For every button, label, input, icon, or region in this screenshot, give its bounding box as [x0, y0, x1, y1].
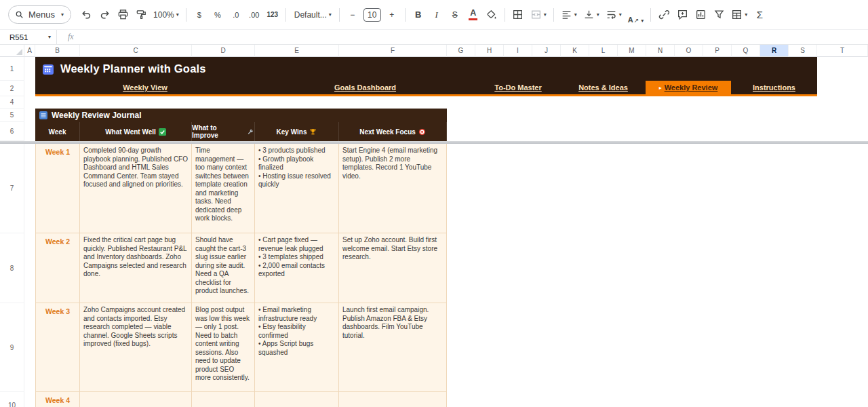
column-header[interactable]: B	[35, 45, 80, 57]
header-week[interactable]: Week	[35, 122, 80, 141]
column-header[interactable]: M	[618, 45, 646, 57]
tab-weekly-review[interactable]: ▸ Weekly Review	[646, 81, 731, 94]
cell-wins[interactable]: • Cart page fixed — revenue leak plugged…	[255, 233, 339, 303]
horizontal-align-button[interactable]: ▾	[558, 5, 580, 24]
format-currency-button[interactable]: $	[191, 5, 208, 24]
cell-wins[interactable]	[255, 392, 339, 407]
cell-focus[interactable]	[339, 392, 447, 407]
cell-went-well[interactable]: Fixed the critical cart page bug quickly…	[80, 233, 192, 303]
functions-button[interactable]: Σ	[751, 5, 768, 24]
redo-button[interactable]	[96, 5, 113, 24]
header-key-wins[interactable]: Key Wins	[255, 122, 339, 141]
table-views-button[interactable]: ▾	[728, 5, 750, 24]
bold-button[interactable]: B	[410, 5, 427, 24]
cell-went-well[interactable]: Zoho Campaigns account created and conta…	[80, 303, 192, 392]
insert-link-button[interactable]	[655, 5, 673, 24]
text-rotation-button[interactable]: A ↗ ▾	[625, 5, 647, 24]
row-header[interactable]: 5	[0, 109, 24, 122]
column-header[interactable]: C	[80, 45, 192, 57]
cell-focus[interactable]: Start Engine 4 (email marketing setup). …	[339, 144, 447, 233]
cell-week[interactable]: Week 2	[35, 233, 80, 303]
italic-button[interactable]: I	[428, 5, 446, 24]
header-went-well[interactable]: What Went Well	[80, 122, 192, 141]
tab-notes-ideas[interactable]: Notes & Ideas	[561, 81, 646, 94]
tab-todo-master[interactable]: To-Do Master	[475, 81, 561, 94]
row-header[interactable]: 9	[0, 303, 24, 392]
column-header[interactable]: E	[255, 45, 339, 57]
column-header[interactable]: L	[589, 45, 618, 57]
decrease-decimal-button[interactable]: .0	[227, 5, 245, 24]
column-header[interactable]: S	[789, 45, 817, 57]
format-percent-button[interactable]: %	[209, 5, 226, 24]
text-wrap-button[interactable]: ▾	[603, 5, 625, 24]
section-title-bar[interactable]: Weekly Review Journal	[35, 109, 447, 122]
print-button[interactable]	[114, 5, 132, 24]
text-color-button[interactable]: A	[465, 5, 482, 24]
row-header[interactable]: 7	[0, 144, 24, 233]
column-header[interactable]: H	[475, 45, 504, 57]
cell-focus[interactable]: Set up Zoho account. Build first welcome…	[339, 233, 447, 303]
column-header-selected[interactable]: R	[760, 45, 789, 57]
undo-button[interactable]	[77, 5, 95, 24]
tab-instructions[interactable]: Instructions	[731, 81, 817, 94]
tab-goals-dashboard[interactable]: Goals Dashboard	[255, 81, 475, 94]
create-filter-button[interactable]	[710, 5, 728, 24]
fill-color-button[interactable]	[483, 5, 500, 24]
frozen-rows-divider[interactable]	[0, 141, 868, 144]
font-select[interactable]: Default... ▾	[290, 5, 335, 24]
vertical-align-button[interactable]: ▾	[580, 5, 602, 24]
column-header[interactable]: P	[703, 45, 732, 57]
more-formats-button[interactable]: 123	[264, 5, 281, 24]
strikethrough-button[interactable]: S	[446, 5, 464, 24]
column-header[interactable]: I	[504, 45, 532, 57]
cell-went-well[interactable]: Completed 90-day growth playbook plannin…	[80, 144, 192, 233]
cell-focus[interactable]: Launch first email campaign. Publish Ama…	[339, 303, 447, 392]
cell-improve[interactable]	[192, 392, 255, 407]
zoom-select[interactable]: 100% ▾	[151, 5, 182, 24]
cell-wins[interactable]: • Email marketing infrastructure ready •…	[255, 303, 339, 392]
header-improve[interactable]: What to Improve	[192, 122, 255, 141]
cell-week[interactable]: Week 3	[35, 303, 80, 392]
insert-chart-button[interactable]	[692, 5, 709, 24]
header-next-week-focus[interactable]: Next Week Focus	[339, 122, 447, 141]
column-header[interactable]: J	[532, 45, 561, 57]
paint-format-button[interactable]	[132, 5, 150, 24]
banner[interactable]: Weekly Planner with Goals	[35, 57, 817, 81]
column-header[interactable]: A	[24, 45, 35, 57]
align-left-icon	[561, 9, 572, 20]
column-header[interactable]: O	[675, 45, 703, 57]
row-header[interactable]: 4	[0, 96, 24, 109]
font-size-increase-button[interactable]: +	[383, 5, 401, 24]
borders-button[interactable]	[509, 5, 527, 24]
column-header[interactable]: F	[339, 45, 447, 57]
cell-week[interactable]: Week 4	[35, 392, 80, 407]
menus-button[interactable]: Menus ▾	[8, 5, 71, 24]
column-header[interactable]: N	[646, 45, 675, 57]
row-header[interactable]: 2	[0, 81, 24, 96]
tab-weekly-view[interactable]: Weekly View	[35, 81, 255, 94]
column-header[interactable]: K	[561, 45, 589, 57]
row-header[interactable]: 10	[0, 392, 24, 407]
column-header[interactable]: D	[192, 45, 255, 57]
filter-icon	[713, 9, 725, 20]
name-box[interactable]: R551 ▾	[0, 30, 57, 44]
increase-decimal-button[interactable]: .00	[245, 5, 263, 24]
cell-improve[interactable]: Time management — too many context switc…	[192, 144, 255, 233]
select-all-button[interactable]	[0, 45, 24, 57]
cell-went-well[interactable]	[80, 392, 192, 407]
formula-input[interactable]	[74, 30, 868, 44]
font-size-input[interactable]: 10	[363, 8, 381, 22]
cell-improve[interactable]: Should have caught the cart-3 slug issue…	[192, 233, 255, 303]
column-header[interactable]: T	[817, 45, 868, 57]
insert-comment-button[interactable]	[673, 5, 691, 24]
row-header[interactable]: 8	[0, 233, 24, 303]
column-header[interactable]: Q	[732, 45, 760, 57]
cell-improve[interactable]: Blog post output was low this week — onl…	[192, 303, 255, 392]
column-header[interactable]: G	[447, 45, 475, 57]
merge-cells-button[interactable]: ▾	[528, 5, 549, 24]
row-header[interactable]: 6	[0, 122, 24, 141]
font-size-decrease-button[interactable]: −	[344, 5, 361, 24]
cell-wins[interactable]: • 3 products published • Growth playbook…	[255, 144, 339, 233]
row-header[interactable]: 1	[0, 57, 24, 81]
cell-week[interactable]: Week 1	[35, 144, 80, 233]
